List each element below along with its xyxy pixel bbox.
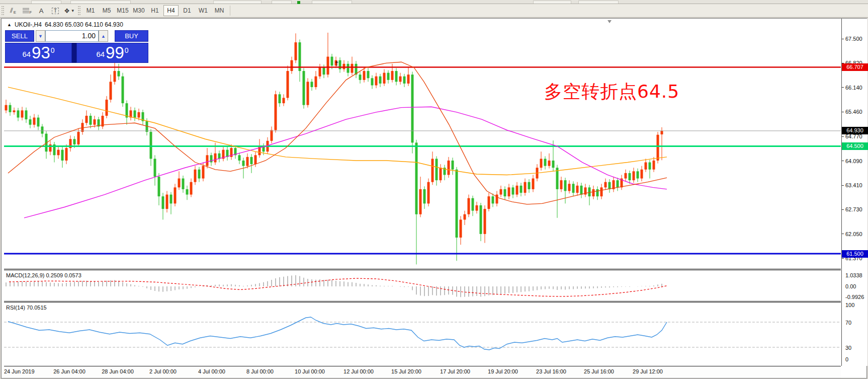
sell-button[interactable]: SELL bbox=[5, 30, 34, 42]
time-tick-label: 19 Jul 20:00 bbox=[488, 368, 518, 374]
time-tick-label: 12 Jul 00:00 bbox=[343, 368, 374, 374]
price-level-badge: 61.500 bbox=[842, 250, 868, 258]
time-axis[interactable]: 24 Jun 201926 Jun 04:0028 Jun 04:002 Jul… bbox=[4, 366, 841, 378]
price-tick-mark bbox=[842, 39, 844, 39]
price-tick-label: 67.500 bbox=[845, 35, 862, 42]
pane-divider[interactable] bbox=[4, 269, 841, 270]
timeframe-h1[interactable]: H1 bbox=[147, 5, 162, 16]
toolbar-drag-handle[interactable] bbox=[2, 6, 4, 15]
symbol-period-label: UKOil-,H4 bbox=[15, 21, 42, 28]
timeframe-h4[interactable]: H4 bbox=[163, 5, 179, 16]
price-level-badge: 64.930 bbox=[842, 127, 868, 134]
macd-scale-label: 1.0338 bbox=[845, 272, 862, 279]
macd-scale-label: 0.00 bbox=[845, 283, 856, 290]
price-tick-mark bbox=[842, 87, 844, 88]
buy-price-value: 99 bbox=[106, 44, 124, 61]
price-tick-mark bbox=[842, 209, 844, 210]
time-tick-label: 15 Jul 20:00 bbox=[391, 368, 421, 374]
time-tick-label: 2 Jul 00:00 bbox=[149, 368, 177, 374]
toolbar-fragment bbox=[578, 1, 619, 4]
time-tick-label: 4 Jul 00:00 bbox=[198, 368, 225, 374]
timeframe-d1[interactable]: D1 bbox=[180, 5, 195, 16]
toolbar-drag-handle[interactable] bbox=[78, 6, 80, 15]
timeframe-mn[interactable]: MN bbox=[212, 5, 227, 16]
rsi-scale-label: 30 bbox=[845, 344, 851, 351]
volume-input[interactable]: 1.00 bbox=[45, 30, 99, 42]
ohlc-readout: 64.830 65.030 64.110 64.930 bbox=[45, 21, 123, 28]
collapse-trade-panel-icon[interactable]: ▲ bbox=[7, 22, 12, 27]
arrange-objects-icon[interactable]: ❖ ▼ bbox=[63, 5, 76, 16]
drawing-toolbar: ⫽ E F A T ❖ ▼ M1 M5 M15 M30 H1 H4 D1 W1 … bbox=[0, 4, 868, 18]
fibo-sub: F bbox=[30, 10, 32, 15]
toolbar-fragment bbox=[533, 1, 571, 4]
time-tick-label: 26 Jun 04:00 bbox=[53, 368, 85, 374]
channel-glyph: ⫽ bbox=[10, 7, 13, 15]
volume-increase-button[interactable]: ▲ bbox=[99, 30, 108, 42]
price-panels: 64 93 0 64 99 0 bbox=[5, 43, 148, 63]
price-tick-label: 65.460 bbox=[845, 108, 862, 115]
toolbar-fragment bbox=[213, 1, 262, 4]
one-click-trade-widget: SELL ▼ 1.00 ▲ BUY 64 93 0 64 99 0 bbox=[5, 30, 148, 63]
time-tick-label: 17 Jul 20:00 bbox=[440, 368, 470, 374]
price-axis[interactable]: 67.50066.82066.14065.46064.77064.09063.4… bbox=[841, 19, 867, 366]
macd-indicator-pane[interactable] bbox=[4, 271, 841, 301]
price-tick-mark bbox=[842, 112, 844, 112]
buy-button[interactable]: BUY bbox=[115, 30, 148, 42]
price-tick-mark bbox=[842, 136, 844, 137]
price-tick-mark bbox=[842, 234, 844, 234]
macd-scale-label: -0.9926 bbox=[845, 293, 864, 300]
volume-decrease-button[interactable]: ▼ bbox=[36, 30, 45, 42]
equidistant-channel-icon[interactable]: ⫽ E bbox=[7, 5, 20, 16]
rsi-scale-label: 70 bbox=[845, 319, 851, 326]
price-tick-mark bbox=[842, 161, 844, 161]
time-tick-label: 24 Jun 2019 bbox=[4, 368, 35, 374]
arrange-glyph: ❖ bbox=[64, 7, 70, 15]
buy-price-panel[interactable]: 64 99 0 bbox=[76, 43, 148, 63]
fibonacci-icon[interactable]: F bbox=[21, 5, 34, 16]
rsi-indicator-pane[interactable] bbox=[4, 303, 841, 366]
price-tick-mark bbox=[842, 258, 844, 259]
price-tick-label: 62.050 bbox=[845, 231, 862, 238]
rsi-label: RSI(14) 70.0515 bbox=[6, 305, 47, 311]
time-tick-label: 29 Jul 12:00 bbox=[633, 368, 663, 374]
timeframe-w1[interactable]: W1 bbox=[196, 5, 211, 16]
macd-label: MACD(12,26,9) 0.2509 0.0573 bbox=[6, 272, 81, 278]
time-tick-label: 28 Jun 04:00 bbox=[102, 368, 134, 374]
time-tick-label: 23 Jul 16:00 bbox=[536, 368, 566, 374]
text-t-glyph: T bbox=[52, 8, 59, 14]
sell-price-prefix: 64 bbox=[22, 48, 31, 61]
timeframe-m5[interactable]: M5 bbox=[99, 5, 114, 16]
chart-bottom-border bbox=[4, 366, 841, 366]
toolbar-separator bbox=[230, 6, 230, 16]
pane-divider[interactable] bbox=[4, 301, 841, 302]
price-level-badge: 64.500 bbox=[842, 142, 868, 150]
chart-text-annotation[interactable]: 多空转折点64.5 bbox=[544, 80, 679, 104]
text-label-icon[interactable]: A bbox=[35, 5, 48, 16]
timeframe-m15[interactable]: M15 bbox=[115, 5, 130, 16]
price-level-badge: 66.707 bbox=[842, 63, 868, 71]
time-tick-label: 25 Jul 16:00 bbox=[584, 368, 614, 374]
upper-toolbar-sliver bbox=[0, 0, 868, 4]
price-tick-label: 62.730 bbox=[845, 206, 862, 213]
toolbar-fragment bbox=[70, 1, 131, 4]
rsi-scale-label: 100 bbox=[845, 301, 854, 309]
timeframe-m30[interactable]: M30 bbox=[131, 5, 146, 16]
sell-price-sup: 0 bbox=[51, 47, 55, 54]
mt4-terminal: { "toolbar": { "tools": [ {"name": "equi… bbox=[0, 0, 868, 379]
text-box-icon[interactable]: T bbox=[49, 5, 62, 16]
buy-price-sup: 0 bbox=[125, 47, 129, 54]
time-tick-label: 10 Jul 00:00 bbox=[295, 368, 325, 374]
object-anchor-marker: † bbox=[335, 59, 338, 67]
toolbar-fragment bbox=[312, 1, 352, 4]
chevron-down-icon[interactable]: ▼ bbox=[71, 9, 75, 13]
buy-price-prefix: 64 bbox=[96, 48, 105, 61]
timeframe-m1[interactable]: M1 bbox=[83, 5, 98, 16]
price-tick-label: 66.140 bbox=[845, 84, 862, 91]
symbol-header: ▲ UKOil-,H4 64.830 65.030 64.110 64.930 bbox=[7, 21, 123, 28]
fibo-lines-glyph bbox=[23, 8, 29, 14]
channel-sub: E bbox=[14, 10, 16, 15]
chart-shift-marker[interactable] bbox=[607, 20, 612, 23]
sell-price-panel[interactable]: 64 93 0 bbox=[5, 43, 72, 63]
price-tick-label: 64.090 bbox=[845, 158, 862, 165]
price-tick-mark bbox=[842, 185, 844, 186]
